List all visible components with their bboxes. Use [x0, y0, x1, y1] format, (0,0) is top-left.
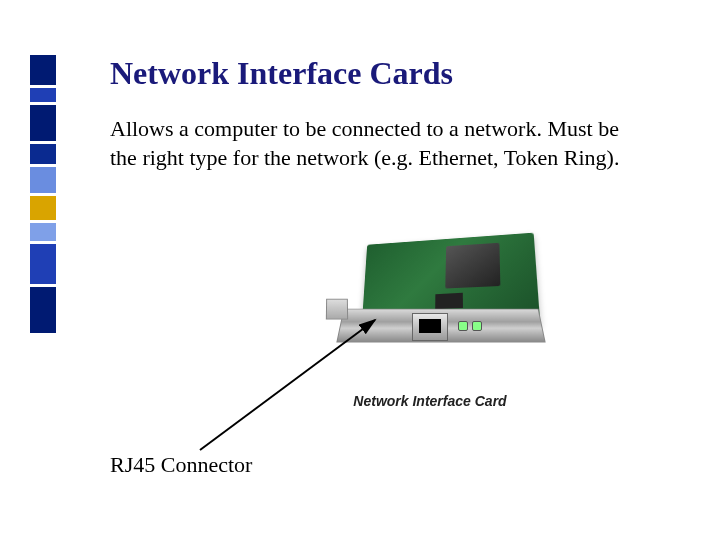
decor-block: [30, 167, 56, 193]
nic-card-graphic: [340, 235, 540, 355]
decor-block: [30, 196, 56, 220]
decor-block: [30, 223, 56, 241]
decor-block: [30, 244, 56, 284]
figure-caption: Network Interface Card: [300, 393, 560, 409]
decor-block: [30, 287, 56, 333]
side-decoration: [30, 55, 56, 336]
decor-block: [30, 105, 56, 141]
slide: Network Interface Cards Allows a compute…: [0, 0, 720, 540]
decor-block: [30, 55, 56, 85]
status-led-2: [472, 321, 482, 331]
slide-body-text: Allows a computer to be connected to a n…: [110, 115, 650, 172]
rj45-port: [412, 313, 448, 341]
small-chip: [435, 293, 463, 310]
connector-label: RJ45 Connector: [110, 452, 252, 478]
slide-title: Network Interface Cards: [110, 55, 453, 92]
decor-block: [30, 144, 56, 164]
nic-figure: Network Interface Card: [300, 225, 560, 415]
main-chip: [445, 243, 500, 289]
bracket-tab: [326, 299, 348, 320]
status-led-1: [458, 321, 468, 331]
decor-block: [30, 88, 56, 102]
